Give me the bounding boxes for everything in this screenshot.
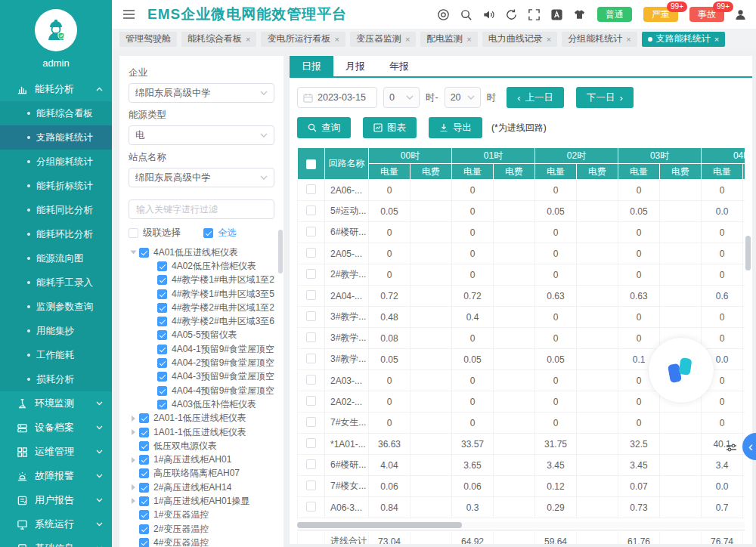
alarm-badge-normal[interactable]: 普通 [597,7,632,22]
sidebar-item[interactable]: 基础信息 [0,536,112,547]
tree-node[interactable]: 4#教学楼2#电井区域3至6层动力仪表 [129,314,274,328]
tree-checkbox[interactable] [157,386,167,396]
tree-node[interactable]: 1A01-1低压进线柜仪表 [129,425,274,439]
tree-node[interactable]: 2#变压器温控 [129,522,274,536]
tree-scrollbar[interactable] [278,230,283,274]
station-select[interactable]: 绵阳东辰高级中学 [129,168,274,187]
assistant-icon[interactable] [437,8,450,21]
tree-checkbox[interactable] [139,483,149,493]
tree-node[interactable]: 4A04-4预留9#食堂屋顶空调机组仪表 [129,384,274,397]
close-icon[interactable]: × [626,35,631,44]
tree-checkbox[interactable] [157,358,167,368]
row-checkbox[interactable] [306,184,316,194]
theme-shirt-icon[interactable] [573,8,586,21]
export-button[interactable]: 导出 [429,117,482,138]
expander-icon[interactable] [129,483,138,492]
tree-checkbox[interactable] [139,248,149,258]
sidebar-subitem[interactable]: 支路能耗统计 [0,125,112,150]
tree-checkbox[interactable] [157,303,167,313]
tree-node[interactable]: 2A01-1低压进线柜仪表 [129,412,274,425]
energy-type-select[interactable]: 电 [129,125,274,145]
sidebar-subitem[interactable]: 分组能耗统计 [0,150,112,174]
tree-node[interactable]: 4A02低压补偿柜仪表 [129,259,274,273]
fullscreen-icon[interactable] [528,8,541,21]
tree-checkbox[interactable] [139,468,149,478]
tree-node[interactable]: 高压联络隔离柜AH07 [129,467,274,481]
row-checkbox[interactable] [306,248,316,258]
tree-node[interactable]: 4A04-2预留9#食堂屋顶空调机组仪表 [129,356,274,369]
tab-item[interactable]: 能耗综合看板× [181,32,256,47]
sidebar-subitem[interactable]: 能耗同比分析 [0,198,112,222]
company-select[interactable]: 绵阳东辰高级中学 [129,83,274,103]
tree-node[interactable]: 2#高压进线柜AH14 [129,481,274,494]
row-checkbox[interactable] [306,269,316,279]
tab-item[interactable]: 配电监测× [420,32,477,47]
tree-node[interactable]: 1#变压器温控 [129,508,274,522]
sidebar-item[interactable]: 故障报警 [0,464,112,488]
tab-item[interactable]: 分组能耗统计× [562,32,637,47]
sidebar-item[interactable]: 能耗分析 [0,77,112,101]
sidebar-item[interactable]: 环境监测 [0,391,112,416]
sidebar-subitem[interactable]: 用能集抄 [0,319,112,343]
font-size-icon[interactable] [550,8,563,21]
tree-node[interactable]: 4A04-1预留9#食堂屋顶空调机组仪表 [129,342,274,356]
sidebar-item[interactable]: 运维管理 [0,440,112,464]
tree-checkbox[interactable] [157,345,167,354]
tree-checkbox[interactable] [139,496,149,506]
row-checkbox[interactable] [306,206,316,215]
chart-button[interactable]: 图表 [363,117,417,138]
table-horizontal-scrollbar[interactable] [297,522,462,528]
report-tab[interactable]: 年报 [377,56,421,76]
tree-checkbox[interactable] [139,413,149,423]
select-all-checkbox-header[interactable] [306,159,316,169]
hour-start-select[interactable]: 0 [383,87,420,108]
filter-settings-icon[interactable] [726,442,737,453]
expander-icon[interactable] [129,428,138,437]
tree-checkbox[interactable] [157,289,167,299]
cascade-checkbox[interactable] [129,228,138,238]
sidebar-subitem[interactable]: 能源流向图 [0,246,112,270]
report-tab[interactable]: 日报 [290,56,333,76]
search-icon[interactable] [460,8,472,21]
row-checkbox[interactable] [306,502,316,511]
prev-day-button[interactable]: ‹ 上一日 [507,87,564,108]
user-icon[interactable] [734,8,747,21]
expander-icon[interactable] [129,456,138,465]
tree-node[interactable]: 4A05-5预留仪表 [129,329,274,342]
tree-node[interactable]: 4#教学楼1#电井区域3至5层动力仪表 [129,287,274,301]
tree-filter-input[interactable] [129,199,274,219]
tree-node[interactable]: 低压双电源仪表 [129,439,274,453]
tree-node[interactable]: 4#教学楼1#电井区域1至2层动力仪表 [129,274,274,287]
tab-item[interactable]: 支路能耗统计× [642,32,725,47]
sidebar-subitem[interactable]: 能耗手工录入 [0,270,112,295]
tree-checkbox[interactable] [157,317,167,326]
row-checkbox[interactable] [306,459,316,469]
expander-icon[interactable] [129,496,138,505]
sidebar-subitem[interactable]: 能耗环比分析 [0,222,112,246]
tree-checkbox[interactable] [139,441,149,451]
row-checkbox[interactable] [306,417,316,427]
row-checkbox[interactable] [306,481,316,490]
query-button[interactable]: 查询 [297,117,351,138]
row-checkbox[interactable] [306,290,316,300]
row-checkbox[interactable] [306,311,316,321]
row-checkbox[interactable] [306,375,316,385]
close-icon[interactable]: × [466,35,471,44]
tree-node[interactable]: 4A01低压进线柜仪表 [129,246,274,259]
row-checkbox[interactable] [306,332,316,342]
sidebar-item[interactable]: 设备档案 [0,416,112,440]
avatar[interactable] [35,9,77,51]
tree-node[interactable]: 1#高压进线柜AH01 [129,453,274,466]
hour-end-select[interactable]: 20 [445,87,481,108]
tree-node[interactable]: 4A03低压补偿柜仪表 [129,397,274,411]
tree-checkbox[interactable] [157,400,167,409]
close-icon[interactable]: × [405,35,410,44]
tree-checkbox[interactable] [139,428,149,437]
close-icon[interactable]: × [246,35,250,44]
expander-icon[interactable] [129,248,138,257]
date-picker[interactable]: 2023-03-15 [297,87,377,108]
tree-checkbox[interactable] [139,510,149,520]
tree-node[interactable]: 4#变压器温控 [129,536,274,547]
row-checkbox[interactable] [306,227,316,236]
tree-checkbox[interactable] [157,261,167,271]
